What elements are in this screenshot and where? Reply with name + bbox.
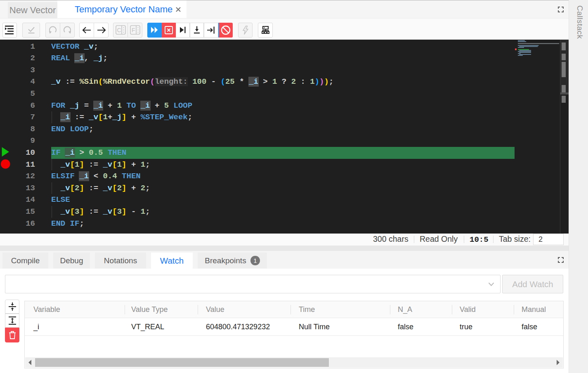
- svg-text:F: F: [132, 27, 135, 33]
- svg-text:C: C: [117, 27, 121, 33]
